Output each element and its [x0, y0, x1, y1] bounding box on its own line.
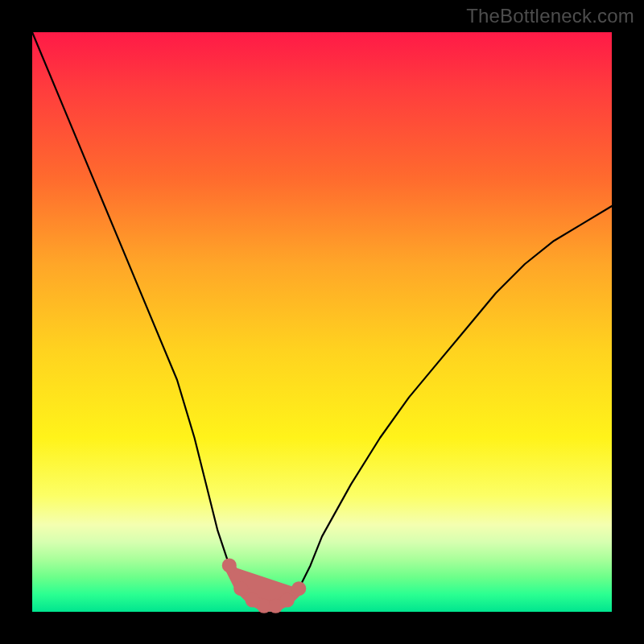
trough-marker: [222, 558, 237, 572]
bottleneck-curve: [32, 32, 612, 606]
trough-marker: [291, 581, 306, 596]
curve-markers: [222, 558, 306, 613]
plot-area: [32, 32, 612, 612]
trough-marker: [233, 581, 248, 596]
trough-marker: [280, 593, 295, 608]
watermark-label: TheBottleneck.com: [466, 5, 634, 27]
bottleneck-curve-svg: [32, 32, 612, 612]
chart-frame: TheBottleneck.com: [0, 0, 644, 644]
